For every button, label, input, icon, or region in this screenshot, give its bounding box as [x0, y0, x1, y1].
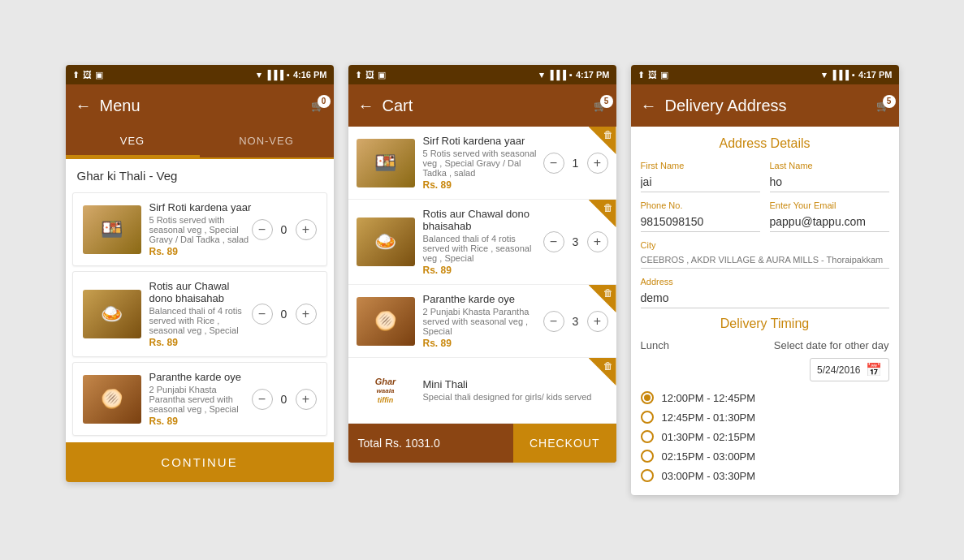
- email-group: Enter Your Email: [770, 200, 889, 232]
- continue-button[interactable]: CONTINUE: [66, 442, 334, 482]
- item-name: Rotis aur Chawal dono bhaisahab: [423, 208, 543, 232]
- screens-container: ⬆ 🖼 ▣ ▾ ▐▐▐ ▪ 4:16 PM ← Menu 🛒 0 VEG NON…: [66, 65, 899, 495]
- menu-screen: ⬆ 🖼 ▣ ▾ ▐▐▐ ▪ 4:16 PM ← Menu 🛒 0 VEG NON…: [66, 65, 334, 482]
- cart-item: 🗑 🫓 Paranthe karde oye 2 Punjabi Khasta …: [348, 285, 616, 358]
- last-name-input[interactable]: [770, 172, 889, 192]
- menu-title: Menu: [100, 97, 303, 115]
- item-desc: Special thali designed for girls/ kids s…: [423, 392, 608, 402]
- tab-veg[interactable]: VEG: [66, 127, 200, 157]
- last-name-group: Last Name: [770, 161, 889, 192]
- select-date-label: Select date for other day: [774, 339, 889, 351]
- phone-input[interactable]: [641, 212, 760, 232]
- section-title: Ghar ki Thali - Veg: [66, 159, 334, 187]
- back-button[interactable]: ←: [641, 97, 657, 115]
- qty-control: − 3 +: [543, 311, 608, 332]
- signal-icon: ▐▐▐: [830, 70, 849, 80]
- radio-slot-2[interactable]: [641, 430, 654, 443]
- qty-minus[interactable]: −: [252, 389, 273, 410]
- status-time: 4:17 PM: [576, 70, 610, 80]
- time-slot: 12:00PM - 12:45PM: [641, 388, 889, 407]
- item-desc: 5 Rotis served with seasonal veg , Speci…: [149, 215, 252, 244]
- delete-button[interactable]: 🗑: [589, 127, 616, 154]
- radio-slot-4[interactable]: [641, 469, 654, 482]
- qty-control: − 0 +: [252, 389, 317, 410]
- wifi-icon: ▾: [822, 70, 827, 80]
- qty-plus[interactable]: +: [296, 389, 317, 410]
- image-icon: 🖼: [365, 70, 374, 80]
- qty-plus[interactable]: +: [296, 304, 317, 325]
- qty-value: 0: [279, 393, 289, 406]
- item-name: Rotis aur Chawal dono bhaisahab: [149, 280, 252, 304]
- qty-plus[interactable]: +: [587, 231, 608, 252]
- item-image: 🫓: [83, 375, 141, 424]
- signal-icon: ▐▐▐: [265, 70, 283, 80]
- qty-control: − 0 +: [252, 219, 317, 240]
- back-button[interactable]: ←: [358, 97, 374, 115]
- qty-value: 3: [571, 315, 581, 328]
- delivery-screen: ⬆ 🖼 ▣ ▾ ▐▐▐ ▪ 4:17 PM ← Delivery Address…: [631, 65, 899, 495]
- battery-icon: ▪: [569, 70, 573, 80]
- date-picker[interactable]: 5/24/2016 📅: [810, 358, 888, 381]
- radio-slot-0[interactable]: [641, 391, 654, 404]
- qty-value: 0: [279, 223, 289, 236]
- phone-label: Phone No.: [641, 200, 760, 210]
- menu-item: 🫓 Paranthe karde oye 2 Punjabi Khasta Pa…: [72, 362, 327, 436]
- battery-icon: ▪: [852, 70, 855, 80]
- item-image: 🍛: [357, 218, 415, 266]
- phone-group: Phone No.: [641, 200, 760, 232]
- qty-value: 3: [571, 235, 581, 248]
- email-input[interactable]: [770, 212, 889, 232]
- item-desc: Balanced thali of 4 rotis served with Ri…: [149, 306, 252, 335]
- qty-minus[interactable]: −: [543, 311, 564, 332]
- address-group: Address: [641, 277, 889, 308]
- qty-minus[interactable]: −: [543, 231, 564, 252]
- qty-minus[interactable]: −: [252, 219, 273, 240]
- item-price: Rs. 89: [423, 265, 543, 276]
- usb-icon: ⬆: [355, 70, 362, 80]
- slot-label: 01:30PM - 02:15PM: [662, 431, 756, 443]
- logo-image: Ghar waala tiffin: [357, 366, 415, 415]
- item-info: Paranthe karde oye 2 Punjabi Khasta Para…: [149, 371, 252, 427]
- trash-icon: 🗑: [603, 202, 613, 213]
- city-input[interactable]: [641, 252, 889, 269]
- radio-slot-3[interactable]: [641, 450, 654, 463]
- item-price: Rs. 89: [149, 337, 252, 348]
- qty-plus[interactable]: +: [587, 311, 608, 332]
- first-name-label: First Name: [641, 161, 760, 170]
- item-info: Mini Thali Special thali designed for gi…: [423, 378, 608, 403]
- time-slot: 12:45PM - 01:30PM: [641, 407, 889, 427]
- qty-minus[interactable]: −: [252, 304, 273, 325]
- tab-non-veg[interactable]: NON-VEG: [200, 127, 334, 157]
- qty-plus[interactable]: +: [587, 153, 608, 174]
- back-button[interactable]: ←: [76, 97, 92, 115]
- address-input[interactable]: [641, 288, 889, 308]
- cart-button[interactable]: 🛒 5: [594, 100, 607, 112]
- wifi-icon: ▾: [257, 70, 262, 80]
- qty-minus[interactable]: −: [543, 153, 564, 174]
- time-slot: 02:15PM - 03:00PM: [641, 446, 889, 466]
- name-row: First Name Last Name: [641, 161, 889, 192]
- battery-icon: ▪: [287, 70, 290, 80]
- item-image: 🍱: [357, 139, 415, 187]
- item-desc: 2 Punjabi Khasta Parantha served with se…: [149, 385, 252, 414]
- first-name-input[interactable]: [641, 172, 760, 192]
- item-name: Sirf Roti kardena yaar: [423, 135, 543, 147]
- cart-count: 0: [318, 95, 331, 108]
- parantha-image: 🫓: [357, 297, 415, 346]
- menu-top-bar: ← Menu 🛒 0: [66, 84, 334, 127]
- qty-plus[interactable]: +: [296, 219, 317, 240]
- last-name-label: Last Name: [770, 161, 889, 170]
- cart-button[interactable]: 🛒 5: [876, 100, 889, 112]
- delete-button[interactable]: 🗑: [589, 285, 616, 312]
- menu-item: 🍛 Rotis aur Chawal dono bhaisahab Balanc…: [72, 271, 327, 357]
- cart-button[interactable]: 🛒 0: [311, 100, 324, 112]
- radio-slot-1[interactable]: [641, 411, 654, 424]
- menu-item: 🍱 Sirf Roti kardena yaar 5 Rotis served …: [72, 192, 327, 266]
- checkout-button[interactable]: CHECKOUT: [513, 424, 616, 463]
- cart-items-list: 🗑 🍱 Sirf Roti kardena yaar 5 Rotis serve…: [348, 127, 616, 424]
- qty-control: − 0 +: [252, 304, 317, 325]
- item-info: Paranthe karde oye 2 Punjabi Khasta Para…: [423, 293, 543, 349]
- date-value: 5/24/2016: [817, 364, 860, 376]
- image-icon: 🖼: [648, 70, 657, 80]
- delete-button[interactable]: 🗑: [589, 200, 616, 227]
